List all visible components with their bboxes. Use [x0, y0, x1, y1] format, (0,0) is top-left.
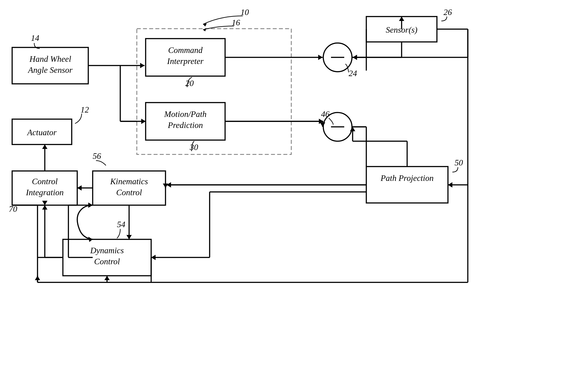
ref-26-label: 26 [444, 8, 452, 17]
diagram-container: 16 10 Hand Wheel Angle Sensor 14 Actuato… [0, 0, 583, 392]
ref-54-label: 54 [117, 220, 125, 229]
dynamics-control-label: Dynamics [90, 246, 124, 255]
ref-24-label: 24 [349, 68, 357, 78]
ref-20-label: 20 [185, 78, 194, 88]
ref-30-label: 30 [190, 142, 198, 152]
path-projection-box [366, 166, 448, 203]
motion-path-label2: Prediction [168, 120, 203, 130]
kinematics-control-label: Kinematics [110, 177, 148, 186]
ref-10-label: 10 [240, 8, 249, 17]
ref-56-label: 56 [93, 151, 101, 160]
command-interpreter-label: Command [168, 46, 203, 55]
ref-50-label: 50 [454, 158, 463, 167]
control-integration-label2: Integration [26, 188, 64, 197]
path-projection-label: Path Projection [380, 174, 434, 183]
hand-wheel-label2: Angle Sensor [27, 65, 72, 74]
hand-wheel-label: Hand Wheel [29, 54, 71, 64]
ref-14-label: 14 [31, 33, 39, 42]
control-integration-label: Control [32, 177, 58, 186]
dynamics-control-label2: Control [94, 257, 120, 266]
kinematics-control-label2: Control [116, 188, 142, 197]
ref-12-label: 12 [80, 105, 89, 114]
motion-path-label: Motion/Path [164, 110, 206, 119]
command-interpreter-label2: Interpreter [167, 56, 204, 66]
actuator-label: Actuator [27, 128, 57, 137]
ref-46-label: 46 [321, 110, 330, 119]
